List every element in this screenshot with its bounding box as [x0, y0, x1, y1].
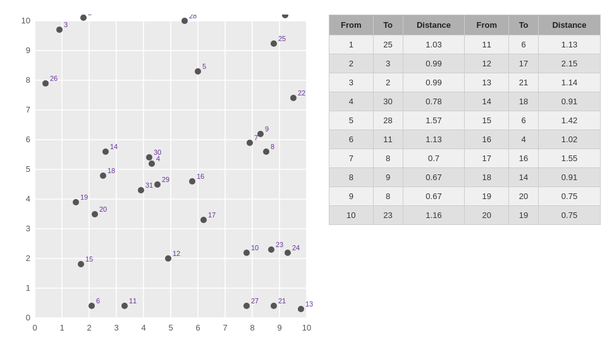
- label-17: 17: [208, 211, 216, 219]
- cell-to2: 6: [509, 111, 539, 130]
- cell-from2: 12: [465, 54, 509, 73]
- cell-dist1: 0.99: [403, 54, 465, 73]
- cell-from1: 3: [329, 73, 374, 92]
- cell-to2: 18: [509, 92, 539, 111]
- x-label-5: 5: [168, 323, 173, 332]
- cell-from1: 1: [329, 35, 374, 54]
- point-22: [290, 95, 297, 101]
- cell-to2: 17: [509, 54, 539, 73]
- label-26: 26: [50, 75, 58, 82]
- point-11: [121, 303, 128, 309]
- label-5: 5: [202, 63, 206, 70]
- label-24: 24: [292, 244, 300, 252]
- table-row: 8 9 0.67 18 14 0.91: [329, 168, 601, 187]
- cell-dist2: 1.13: [538, 35, 600, 54]
- cell-from1: 7: [329, 149, 374, 168]
- cell-from2: 13: [465, 73, 509, 92]
- cell-dist2: 0.75: [538, 187, 600, 206]
- label-8: 8: [271, 143, 274, 150]
- cell-dist1: 0.67: [403, 168, 465, 187]
- cell-dist2: 1.42: [538, 111, 600, 130]
- col-header-from1: From: [329, 15, 374, 35]
- cell-to1: 11: [373, 130, 403, 149]
- table-row: 1 25 1.03 11 6 1.13: [329, 35, 601, 54]
- y-label-9: 9: [26, 46, 30, 55]
- cell-from1: 2: [329, 54, 374, 73]
- cell-to1: 28: [373, 111, 403, 130]
- x-label-10: 10: [302, 323, 311, 332]
- table-row: 2 3 0.99 12 17 2.15: [329, 54, 601, 73]
- cell-from2: 20: [465, 206, 509, 225]
- label-29: 29: [162, 176, 169, 183]
- label-30: 30: [154, 149, 161, 156]
- point-1: [282, 15, 288, 18]
- cell-dist1: 0.99: [403, 73, 465, 92]
- point-4: [149, 161, 155, 167]
- point-27: [243, 303, 250, 309]
- cell-from2: 15: [465, 111, 509, 130]
- cell-to2: 19: [509, 206, 539, 225]
- point-15: [78, 261, 84, 267]
- cell-dist1: 1.16: [403, 206, 465, 225]
- cell-dist2: 0.91: [538, 168, 600, 187]
- cell-to1: 9: [373, 168, 403, 187]
- cell-to1: 8: [373, 187, 403, 206]
- label-16: 16: [197, 173, 204, 180]
- col-header-to1: To: [373, 15, 403, 35]
- cell-to2: 14: [509, 168, 539, 187]
- cell-from2: 19: [465, 187, 509, 206]
- point-18: [100, 173, 106, 179]
- point-8: [263, 149, 269, 155]
- label-28: 28: [189, 15, 197, 20]
- point-14: [102, 149, 109, 155]
- y-label-6: 6: [26, 135, 30, 144]
- x-label-4: 4: [141, 323, 145, 332]
- cell-from1: 9: [329, 187, 374, 206]
- y-label-8: 8: [26, 75, 30, 85]
- cell-from2: 17: [465, 149, 509, 168]
- label-31: 31: [145, 181, 153, 189]
- label-10: 10: [251, 244, 259, 252]
- table-row: 4 30 0.78 14 18 0.91: [329, 92, 601, 111]
- cell-to2: 4: [509, 130, 539, 149]
- label-3: 3: [64, 21, 68, 28]
- label-21: 21: [278, 297, 286, 305]
- label-11: 11: [129, 297, 137, 305]
- cell-from2: 16: [465, 130, 509, 149]
- point-17: [200, 217, 207, 223]
- table-row: 9 8 0.67 19 20 0.75: [329, 187, 601, 206]
- cell-dist1: 0.7: [403, 149, 465, 168]
- y-label-4: 4: [26, 194, 30, 203]
- y-label-2: 2: [26, 253, 30, 263]
- cell-dist1: 1.03: [403, 35, 465, 54]
- label-23: 23: [276, 241, 283, 248]
- cell-to1: 8: [373, 149, 403, 168]
- point-12: [165, 255, 171, 262]
- label-27: 27: [251, 297, 259, 305]
- cell-from1: 4: [329, 92, 374, 111]
- point-21: [271, 303, 277, 309]
- cell-to1: 30: [373, 92, 403, 111]
- point-13: [298, 306, 304, 312]
- point-16: [189, 178, 195, 185]
- label-15: 15: [85, 255, 93, 263]
- y-label-3: 3: [26, 224, 30, 233]
- point-3: [56, 27, 63, 33]
- point-20: [92, 211, 98, 217]
- point-10: [243, 250, 250, 256]
- label-18: 18: [107, 167, 115, 174]
- point-5: [195, 68, 201, 75]
- cell-dist2: 1.55: [538, 149, 600, 168]
- table-row: 10 23 1.16 20 19 0.75: [329, 206, 601, 225]
- label-6: 6: [96, 297, 100, 305]
- x-label-6: 6: [195, 323, 200, 332]
- cell-to2: 21: [509, 73, 539, 92]
- cell-to2: 20: [509, 187, 539, 206]
- cell-dist1: 0.67: [403, 187, 465, 206]
- cell-dist2: 1.02: [538, 130, 600, 149]
- point-24: [285, 250, 291, 256]
- cell-to1: 25: [373, 35, 403, 54]
- point-31: [138, 187, 144, 193]
- point-6: [89, 303, 95, 309]
- cell-dist2: 0.75: [538, 206, 600, 225]
